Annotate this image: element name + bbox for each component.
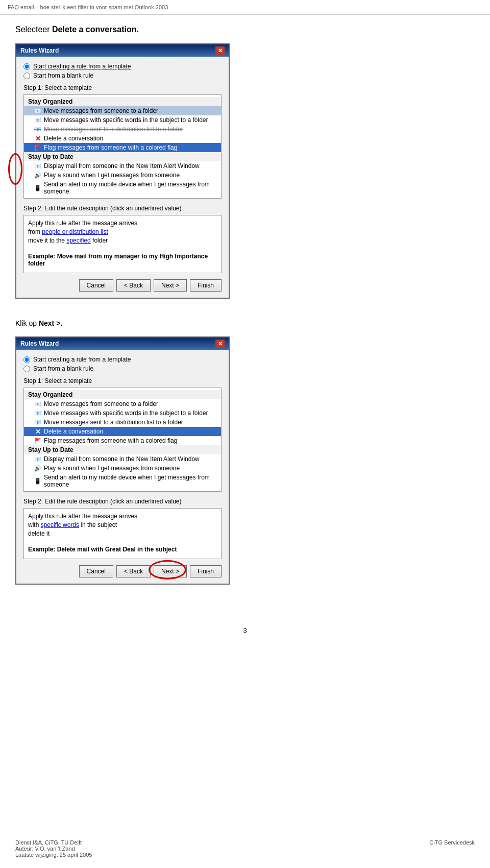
dialog1-radio2-label: Start from a blank rule bbox=[33, 72, 93, 79]
dialog1-desc-line3: move it to the specified folder bbox=[28, 237, 217, 244]
dialog1-template-list: Stay Organized 📧 Move messages from some… bbox=[23, 94, 222, 199]
dialog1-example: Example: Move mail from my manager to my… bbox=[28, 253, 217, 267]
dialog1-cancel-button[interactable]: Cancel bbox=[79, 279, 113, 292]
envelope-icon: 📧 bbox=[34, 162, 41, 170]
dialog1-titlebar: Rules Wizard ✕ bbox=[16, 44, 229, 57]
dialog2-desc-line3: delete it bbox=[28, 530, 217, 537]
flag-icon: 🚩 bbox=[34, 437, 41, 444]
dialog2-radio2[interactable] bbox=[23, 366, 30, 372]
envelope-folder-icon: 📧 bbox=[34, 107, 41, 114]
dialog2-title: Rules Wizard bbox=[20, 340, 59, 347]
dialog1-step1-label: Step 1: Select a template bbox=[23, 84, 222, 91]
list-item-delete-conversation[interactable]: ✕ Delete a conversation bbox=[24, 134, 221, 143]
list-item[interactable]: 📧 Move messages from someone to a folder bbox=[24, 106, 221, 115]
dialog1-desc-line1: Apply this rule after the message arrive… bbox=[28, 220, 217, 227]
dialog2-back-button[interactable]: < Back bbox=[116, 565, 151, 577]
list-item-flag[interactable]: 🚩 Flag messages from someone with a colo… bbox=[24, 436, 221, 445]
dialog2-radio2-label: Start from a blank rule bbox=[33, 365, 93, 372]
list-item[interactable]: 📧 Display mail from someone in the New I… bbox=[24, 161, 221, 171]
list-item[interactable]: 📧 Display mail from someone in the New I… bbox=[24, 454, 221, 464]
list-item[interactable]: 📧 Move messages with specific words in t… bbox=[24, 408, 221, 418]
page-footer: Dienst I&A, CiTG, TU Delft Auteur: V.O. … bbox=[0, 839, 490, 858]
dialog2-body: Start creating a rule from a template St… bbox=[16, 350, 229, 584]
page-number: 3 bbox=[0, 626, 490, 634]
dialog1-radio-group: Start creating a rule from a template St… bbox=[23, 63, 222, 79]
dialog2-titlebar: Rules Wizard ✕ bbox=[16, 337, 229, 350]
envelope-folder-icon: 📧 bbox=[34, 409, 41, 417]
x-icon: ✕ bbox=[34, 428, 41, 435]
dialog2-desc-line2: with specific words in the subject bbox=[28, 521, 217, 528]
list-item[interactable]: 📧 Move messages sent to a distribution l… bbox=[24, 418, 221, 427]
list-item[interactable]: 📧 Move messages sent to a distribution l… bbox=[24, 125, 221, 134]
dialog2-radio-group: Start creating a rule from a template St… bbox=[23, 356, 222, 372]
phone-icon: 📱 bbox=[34, 477, 41, 485]
phone-icon: 📱 bbox=[34, 184, 41, 191]
envelope-folder-icon: 📧 bbox=[34, 419, 41, 426]
dialog2-button-row: Cancel < Back Next > Finish bbox=[23, 563, 222, 577]
dialog1-description-box: Apply this rule after the message arrive… bbox=[23, 215, 222, 273]
instruction-text: Klik op Next >. bbox=[15, 319, 475, 327]
dialog2-desc-line1: Apply this rule after the message arrive… bbox=[28, 513, 217, 520]
first-wizard-container: Rules Wizard ✕ Start creating a rule fro… bbox=[15, 43, 230, 310]
envelope-folder-icon: 📧 bbox=[34, 126, 41, 133]
list-item-delete-conversation[interactable]: ✕ Delete a conversation bbox=[24, 427, 221, 436]
dialog2-link1[interactable]: specific words bbox=[41, 521, 79, 528]
dialog1-radio2[interactable] bbox=[23, 73, 30, 79]
page-content: Selecteer Delete a conversation. Rules W… bbox=[0, 15, 490, 606]
dialog2-cancel-button[interactable]: Cancel bbox=[79, 565, 113, 577]
page-header: FAQ email – hoe stel ik een filter in vo… bbox=[0, 0, 490, 15]
heading-bold: Delete a conversation. bbox=[52, 25, 139, 34]
dialog1-button-row: Cancel < Back Next > Finish bbox=[23, 277, 222, 292]
dialog2-finish-button[interactable]: Finish bbox=[190, 565, 222, 577]
footer-right: CiTG Servicedesk bbox=[429, 839, 475, 858]
dialog2-radio1-item: Start creating a rule from a template bbox=[23, 356, 222, 363]
dialog1-finish-button[interactable]: Finish bbox=[190, 279, 222, 292]
dialog1-group2-header: Stay Up to Date bbox=[24, 152, 221, 161]
dialog2-radio2-item: Start from a blank rule bbox=[23, 365, 222, 372]
speaker-icon: 🔊 bbox=[34, 172, 41, 179]
dialog2-next-wrapper: Next > bbox=[154, 565, 187, 577]
list-item[interactable]: 🔊 Play a sound when I get messages from … bbox=[24, 171, 221, 180]
speaker-icon: 🔊 bbox=[34, 465, 41, 472]
dialog1-radio1-label: Start creating a rule from a template bbox=[33, 63, 131, 70]
list-item[interactable]: 📱 Send an alert to my mobile device when… bbox=[24, 473, 221, 489]
dialog1-step2-label: Step 2: Edit the rule description (click… bbox=[23, 205, 222, 212]
x-icon: ✕ bbox=[34, 135, 41, 142]
dialog2-next-button[interactable]: Next > bbox=[154, 565, 187, 577]
dialog2: Rules Wizard ✕ Start creating a rule fro… bbox=[15, 336, 230, 585]
footer-left: Dienst I&A, CiTG, TU Delft Auteur: V.O. … bbox=[15, 839, 92, 858]
dialog1: Rules Wizard ✕ Start creating a rule fro… bbox=[15, 43, 230, 299]
dialog1-link1[interactable]: people or distribution list bbox=[42, 228, 108, 235]
dialog2-step2-label: Step 2: Edit the rule description (click… bbox=[23, 498, 222, 505]
dialog2-radio1-label: Start creating a rule from a template bbox=[33, 356, 131, 363]
dialog1-radio1[interactable] bbox=[23, 63, 30, 70]
dialog2-description-box: Apply this rule after the message arrive… bbox=[23, 508, 222, 559]
list-item[interactable]: 📧 Move messages from someone to a folder bbox=[24, 399, 221, 408]
dialog1-back-button[interactable]: < Back bbox=[116, 279, 151, 292]
dialog2-group1-header: Stay Organized bbox=[24, 390, 221, 399]
list-item[interactable]: 📱 Send an alert to my mobile device when… bbox=[24, 180, 221, 196]
dialog1-next-button[interactable]: Next > bbox=[154, 279, 187, 292]
list-item[interactable]: 🔊 Play a sound when I get messages from … bbox=[24, 464, 221, 473]
section-heading: Selecteer Delete a conversation. bbox=[15, 25, 475, 34]
dialog1-title: Rules Wizard bbox=[20, 47, 59, 54]
dialog1-link2[interactable]: specified bbox=[66, 237, 90, 244]
list-item-flag[interactable]: 🚩 Flag messages from someone with a colo… bbox=[24, 143, 221, 152]
dialog2-group2-header: Stay Up to Date bbox=[24, 445, 221, 454]
dialog2-close-button[interactable]: ✕ bbox=[215, 340, 225, 348]
instruction-bold: Next >. bbox=[39, 319, 62, 327]
envelope-icon: 📧 bbox=[34, 455, 41, 463]
dialog1-desc-line2: from people or distribution list bbox=[28, 228, 217, 235]
flag-icon: 🚩 bbox=[34, 144, 41, 151]
envelope-folder-icon: 📧 bbox=[34, 116, 41, 124]
heading-prefix: Selecteer bbox=[15, 25, 52, 34]
dialog2-step1-label: Step 1: Select a template bbox=[23, 377, 222, 384]
dialog2-radio1[interactable] bbox=[23, 356, 30, 363]
dialog1-radio1-item: Start creating a rule from a template bbox=[23, 63, 222, 70]
second-wizard-container: Rules Wizard ✕ Start creating a rule fro… bbox=[15, 336, 230, 596]
dialog1-close-button[interactable]: ✕ bbox=[215, 46, 225, 55]
dialog1-body: Start creating a rule from a template St… bbox=[16, 57, 229, 298]
dialog2-example: Example: Delete mail with Great Deal in … bbox=[28, 546, 217, 553]
list-item[interactable]: 📧 Move messages with specific words in t… bbox=[24, 115, 221, 125]
header-text: FAQ email – hoe stel ik een filter in vo… bbox=[8, 4, 168, 10]
